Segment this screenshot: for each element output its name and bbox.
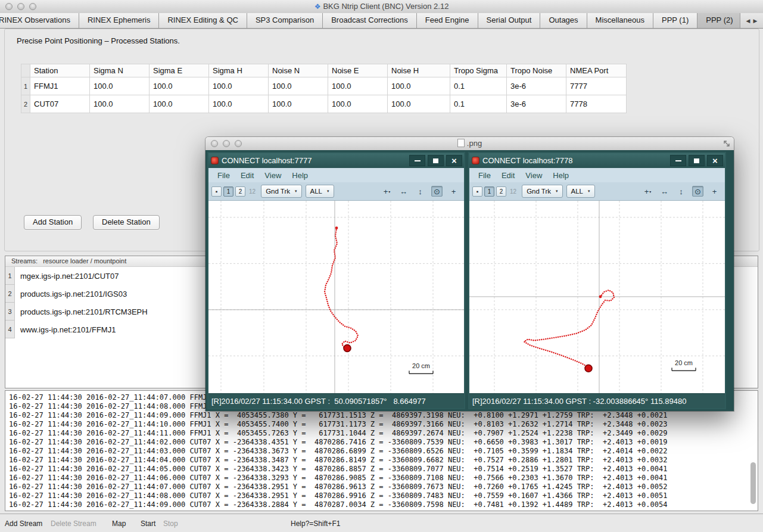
table-cell[interactable]: 7778 — [566, 95, 627, 113]
column-header-noise-e[interactable]: Noise E — [328, 64, 388, 77]
tab-broadcast-corrections[interactable]: Broadcast Corrections — [323, 13, 417, 28]
pane-2-button[interactable]: 2 — [496, 186, 506, 197]
fit-horizontal-icon[interactable]: ↔ — [398, 186, 409, 197]
tab-ppp-2[interactable]: PPP (2) — [697, 13, 742, 28]
pane-1-button[interactable]: 1 — [223, 186, 233, 197]
table-cell[interactable]: 100.0 — [90, 95, 150, 113]
resize-icon[interactable] — [723, 140, 730, 147]
menu-view[interactable]: View — [259, 171, 286, 180]
table-cell[interactable]: 7777 — [566, 77, 627, 95]
table-cell[interactable]: FFMJ1 — [30, 77, 90, 95]
tab-rinex-editing-qc[interactable]: RINEX Editing & QC — [159, 13, 247, 28]
overlay-titlebar[interactable]: .png — [205, 137, 734, 151]
plot-window-title: CONNECT localhost:7778 — [482, 156, 573, 165]
table-cell[interactable]: 100.0 — [209, 77, 269, 95]
column-header-nmea-port[interactable]: NMEA Port — [566, 64, 627, 77]
plot-canvas[interactable]: 20 cm — [208, 201, 464, 393]
close-button[interactable]: × — [707, 155, 723, 166]
column-header-noise-h[interactable]: Noise H — [388, 64, 450, 77]
table-cell[interactable]: 100.0 — [90, 77, 150, 95]
column-header-tropo-noise[interactable]: Tropo Noise — [507, 64, 566, 77]
tab-serial-output[interactable]: Serial Output — [478, 13, 541, 28]
tab-outages[interactable]: Outages — [540, 13, 587, 28]
tab-ppp-1[interactable]: PPP (1) — [653, 13, 697, 28]
minimize-button[interactable] — [670, 155, 686, 166]
close-button[interactable]: × — [446, 155, 462, 166]
column-header-sigma-h[interactable]: Sigma H — [209, 64, 269, 77]
table-cell[interactable]: 100.0 — [388, 77, 450, 95]
tab-sp3-comparison[interactable]: SP3 Comparison — [247, 13, 323, 28]
pane-12-button: 12 — [247, 188, 257, 195]
tab-rinex-observations[interactable]: RINEX Observations — [0, 13, 79, 28]
center-menu-icon[interactable]: +▾ — [642, 186, 653, 197]
start-action[interactable]: Start — [141, 519, 155, 528]
stop-action[interactable]: Stop — [163, 519, 178, 528]
menu-view[interactable]: View — [520, 171, 547, 180]
fix-center-icon[interactable]: ⊙ — [431, 186, 443, 197]
column-header-sigma-e[interactable]: Sigma E — [150, 64, 209, 77]
menu-edit[interactable]: Edit — [496, 171, 520, 180]
table-cell[interactable]: 100.0 — [269, 95, 328, 113]
table-cell[interactable]: CUT07 — [30, 95, 90, 113]
row-number: 1 — [21, 77, 30, 95]
stream-toggle-button[interactable]: ▪ — [472, 186, 482, 197]
stream-toggle-button[interactable]: ▪ — [211, 186, 222, 197]
table-cell[interactable]: 3e-6 — [507, 95, 566, 113]
tab-scroll-buttons: ◀ ▶ — [740, 13, 763, 28]
satellite-dropdown[interactable]: ALL▾ — [566, 185, 595, 198]
minimize-button[interactable] — [409, 155, 425, 166]
satellite-dropdown[interactable]: ALL▾ — [306, 185, 334, 198]
menu-help[interactable]: Help — [547, 171, 574, 180]
tab-rinex-ephemeris[interactable]: RINEX Ephemeris — [79, 13, 159, 28]
column-header-station[interactable]: Station — [30, 64, 90, 77]
menu-help[interactable]: Help — [286, 171, 313, 180]
table-cell[interactable]: 100.0 — [150, 95, 209, 113]
fit-horizontal-icon[interactable]: ↔ — [659, 186, 670, 197]
ground-track-plot: 20 cm — [208, 201, 464, 393]
map-action[interactable]: Map — [112, 519, 126, 528]
tab-scroll-right-icon[interactable]: ▶ — [753, 18, 758, 24]
column-header-noise-n[interactable]: Noise N — [269, 64, 328, 77]
table-cell[interactable]: 100.0 — [328, 95, 388, 113]
plot-type-dropdown[interactable]: Gnd Trk▾ — [261, 185, 301, 198]
menu-file[interactable]: File — [473, 171, 496, 180]
table-cell[interactable]: 100.0 — [328, 77, 388, 95]
menubar: FileEditViewHelp — [469, 168, 725, 182]
delete-station-button[interactable]: Delete Station — [93, 215, 160, 230]
cursor-track-icon[interactable]: + — [448, 186, 459, 197]
maximize-button[interactable] — [689, 155, 705, 166]
table-cell[interactable]: 100.0 — [388, 95, 450, 113]
menu-file[interactable]: File — [212, 171, 235, 180]
plot-window-titlebar[interactable]: CONNECT localhost:7777× — [208, 153, 464, 168]
fit-vertical-icon[interactable]: ↕ — [675, 186, 687, 197]
table-cell[interactable]: 0.1 — [450, 95, 507, 113]
help-hint: Help?=Shift+F1 — [291, 519, 340, 528]
log-scrollbar-thumb[interactable] — [750, 462, 756, 504]
tab-miscellaneous[interactable]: Miscellaneous — [587, 13, 653, 28]
tab-feed-engine[interactable]: Feed Engine — [417, 13, 478, 28]
plot-canvas[interactable]: 20 cm — [469, 201, 725, 393]
table-cell[interactable]: 100.0 — [269, 77, 328, 95]
table-cell[interactable]: 100.0 — [209, 95, 269, 113]
fix-center-icon[interactable]: ⊙ — [692, 186, 703, 197]
delete-stream-action[interactable]: Delete Stream — [51, 519, 96, 528]
menu-edit[interactable]: Edit — [235, 171, 259, 180]
fit-vertical-icon[interactable]: ↕ — [415, 186, 426, 197]
table-row: 1FFMJ1100.0100.0100.0100.0100.0100.00.13… — [21, 77, 627, 95]
table-cell[interactable]: 0.1 — [450, 77, 507, 95]
pane-1-button[interactable]: 1 — [484, 186, 494, 197]
column-header-sigma-n[interactable]: Sigma N — [90, 64, 150, 77]
cursor-track-icon[interactable]: + — [709, 186, 720, 197]
plot-window-titlebar[interactable]: CONNECT localhost:7778× — [469, 153, 725, 168]
table-cell[interactable]: 3e-6 — [507, 77, 566, 95]
tab-bar: RINEX ObservationsRINEX EphemerisRINEX E… — [0, 13, 763, 29]
plot-type-dropdown[interactable]: Gnd Trk▾ — [522, 185, 562, 198]
center-menu-icon[interactable]: +▾ — [381, 186, 393, 197]
pane-2-button[interactable]: 2 — [235, 186, 245, 197]
maximize-button[interactable] — [428, 155, 444, 166]
table-cell[interactable]: 100.0 — [150, 77, 209, 95]
add-station-button[interactable]: Add Station — [24, 215, 82, 230]
add-stream-action[interactable]: Add Stream — [5, 519, 42, 528]
column-header-tropo-sigma[interactable]: Tropo Sigma — [450, 64, 507, 77]
tab-scroll-left-icon[interactable]: ◀ — [746, 18, 750, 24]
